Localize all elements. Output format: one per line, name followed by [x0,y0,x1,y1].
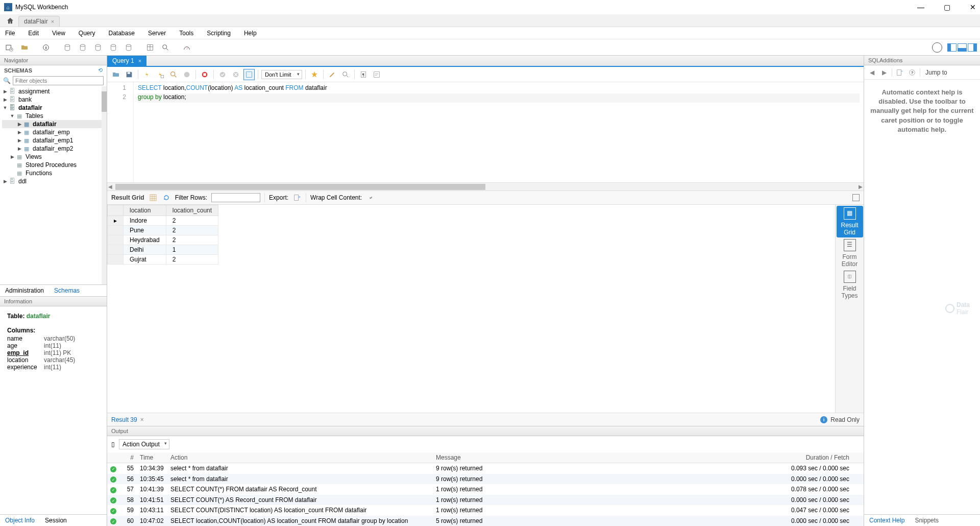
wrap-cell-button[interactable]: ⤶ [366,193,375,202]
out-h-action[interactable]: Action [167,452,433,463]
inspector-button[interactable]: i [40,41,52,54]
info-icon[interactable]: i [820,416,827,423]
maximize-button[interactable]: ▢ [944,3,950,11]
menu-edit[interactable]: Edit [28,30,39,37]
toggle-autocommit-button[interactable] [199,69,210,80]
side-tool-field-types[interactable]: ⎅Field Types [837,269,863,301]
toggle-invisible-button[interactable]: ¶ [358,69,369,80]
menu-query[interactable]: Query [79,30,95,37]
editor-hscrollbar[interactable]: ◀▶ [107,182,864,190]
result-grid-icon[interactable] [149,193,158,202]
settings-icon[interactable] [932,42,942,53]
side-tool-result-grid[interactable]: ▦Result Grid [837,206,863,237]
tree-scrollbar[interactable] [102,86,107,284]
output-type-select[interactable]: Action Output [119,439,169,449]
nav-forward-button[interactable]: ▶ [879,68,889,77]
cell[interactable]: 1 [166,245,218,255]
output-table[interactable]: # Time Action Message Duration / Fetch ✓… [107,452,864,526]
jump-to-label[interactable]: Jump to [925,69,947,76]
tree-db-dataflair[interactable]: ▼🗄dataflair [2,104,105,112]
result-tab-close-icon[interactable]: × [140,416,144,423]
navigator-tab-administration[interactable]: Administration [0,285,49,296]
menu-server[interactable]: Server [148,30,166,37]
output-row[interactable]: ✓5710:41:39SELECT COUNT(*) FROM dataflai… [107,484,864,495]
schema-tree[interactable]: ▶🗄assignment ▶🗄bank ▼🗄dataflair ▼▦Tables… [0,86,107,284]
navigator-tab-schemas[interactable]: Schemas [49,285,85,296]
menu-scripting[interactable]: Scripting [207,30,231,37]
tree-db-assignment[interactable]: ▶🗄assignment [2,87,105,95]
tree-table-dataflair[interactable]: ▶▦dataflair [2,120,105,128]
home-button[interactable] [4,15,16,27]
row-selector[interactable] [108,226,124,235]
side-tool-form-editor[interactable]: ☰Form Editor [837,237,863,269]
db-button-2[interactable] [77,41,89,54]
db-button-5[interactable] [122,41,135,54]
out-h-message[interactable]: Message [433,452,698,463]
out-h-duration[interactable]: Duration / Fetch [698,452,864,463]
tree-sp-folder[interactable]: ▦Stored Procedures [2,161,105,169]
additions-tab-snippets[interactable]: Snippets [910,515,944,526]
connection-tab[interactable]: dataFlair × [18,16,60,27]
tree-tables-folder[interactable]: ▼▦Tables [2,112,105,120]
export-button[interactable] [292,193,302,202]
explain-button[interactable] [168,69,179,80]
refresh-schemas-icon[interactable]: ⟲ [98,67,103,74]
output-row[interactable]: ✓5910:43:11SELECT COUNT(DISTINCT locatio… [107,505,864,516]
out-h-time[interactable]: Time [137,452,167,463]
result-header-location[interactable]: location [124,205,166,216]
find-button[interactable] [340,69,351,80]
filter-objects-input[interactable] [13,76,104,85]
out-h-n[interactable]: # [121,452,137,463]
favorite-button[interactable] [309,69,320,80]
minimize-button[interactable]: — [917,3,924,11]
cell[interactable]: Pune [124,226,166,235]
tree-views-folder[interactable]: ▶▦Views [2,153,105,161]
cell[interactable]: Heydrabad [124,235,166,245]
open-file-button[interactable] [110,69,121,80]
execute-current-button[interactable] [155,69,166,80]
nav-back-button[interactable]: ◀ [867,68,876,77]
output-row[interactable]: ✓5510:34:39select * from dataflair9 row(… [107,463,864,474]
search-button[interactable] [159,41,172,54]
filter-rows-input[interactable] [211,193,260,202]
db-button-3[interactable] [92,41,104,54]
cell[interactable]: 2 [166,235,218,245]
sql-code[interactable]: SELECT location,COUNT(location) AS locat… [134,82,864,182]
tree-db-ddl[interactable]: ▶🗄ddl [2,177,105,185]
beautify-button[interactable] [327,69,338,80]
result-expand-button[interactable] [852,194,860,201]
open-sql-button[interactable] [18,41,31,54]
output-row[interactable]: ✓5610:35:45select * from dataflair9 row(… [107,474,864,485]
db-button-1[interactable] [61,41,74,54]
additions-tab-context-help[interactable]: Context Help [864,515,910,526]
toggle-wrap-button[interactable] [243,69,255,80]
cell[interactable]: 2 [166,255,218,265]
info-tab-object[interactable]: Object Info [0,515,40,526]
sql-editor[interactable]: 1 2 SELECT location,COUNT(location) AS l… [107,82,864,182]
close-button[interactable]: ✕ [970,3,976,11]
info-tab-session[interactable]: Session [40,515,72,526]
row-selector[interactable]: ▸ [108,216,124,226]
menu-database[interactable]: Database [109,30,135,37]
db-button-4[interactable] [107,41,119,54]
commit-button[interactable] [217,69,228,80]
toggle-auto-help-button[interactable]: ? [908,68,917,77]
cell[interactable]: Indore [124,216,166,226]
stop-button[interactable] [181,69,192,80]
help-at-caret-button[interactable] [895,68,904,77]
new-sql-tab-button[interactable]: + [3,41,15,54]
query-tab[interactable]: Query 1 × [107,56,146,66]
menu-help[interactable]: Help [244,30,257,37]
output-row[interactable]: ✓6010:47:02SELECT location,COUNT(locatio… [107,516,864,527]
menu-file[interactable]: File [5,30,15,37]
limit-rows-select[interactable]: Don't Limit [261,70,302,79]
cell[interactable]: Delhi [124,245,166,255]
connection-tab-close-icon[interactable]: × [51,18,54,25]
cell[interactable]: 2 [166,226,218,235]
result-grid[interactable]: location location_count ▸Indore2 Pune2 H… [107,205,835,413]
tree-table-emp[interactable]: ▶▦dataflair_emp [2,128,105,136]
tree-table-emp1[interactable]: ▶▦dataflair_emp1 [2,136,105,145]
save-file-button[interactable] [124,69,135,80]
refresh-result-icon[interactable] [162,193,171,202]
menu-view[interactable]: View [52,30,65,37]
